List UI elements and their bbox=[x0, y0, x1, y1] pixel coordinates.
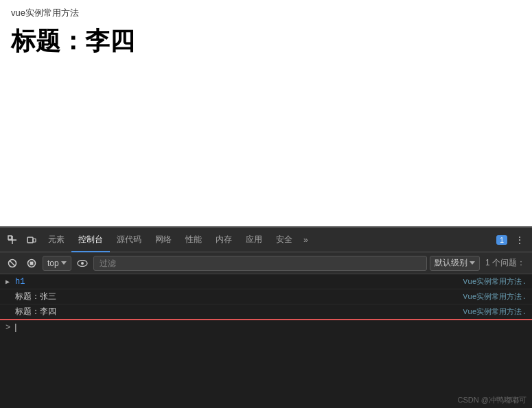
inspect-element-icon[interactable] bbox=[3, 230, 22, 250]
tab-sources[interactable]: 源代码 bbox=[110, 228, 148, 252]
console-text-lisi: 标题：李四 bbox=[15, 306, 458, 317]
console-row-lisi[interactable]: 标题：李四 Vue实例常用方法. bbox=[0, 304, 532, 320]
svg-rect-0 bbox=[8, 236, 12, 239]
dropdown-arrow-icon bbox=[61, 261, 67, 265]
svg-line-6 bbox=[10, 261, 15, 266]
tab-memory[interactable]: 内存 bbox=[209, 228, 239, 252]
level-dropdown-arrow-icon bbox=[470, 261, 475, 265]
svg-rect-3 bbox=[27, 237, 33, 243]
browser-content: vue实例常用方法 标题：李四 bbox=[0, 0, 532, 226]
console-text-h1: h1 bbox=[15, 277, 458, 287]
console-input-row[interactable]: > | bbox=[0, 320, 532, 335]
settings-icon[interactable]: ⋮ bbox=[510, 230, 529, 250]
page-subtitle: vue实例常用方法 bbox=[11, 7, 521, 19]
eye-icon[interactable] bbox=[74, 255, 91, 272]
console-source-h1: Vue实例常用方法. bbox=[458, 276, 527, 287]
svg-rect-8 bbox=[30, 261, 34, 265]
device-mode-icon[interactable] bbox=[22, 230, 41, 250]
issues-badge[interactable]: 1 bbox=[496, 235, 507, 245]
watermark-text: CSDN @冲鸭嘟嘟可 bbox=[458, 395, 527, 405]
expand-arrow-icon: ▶ bbox=[5, 278, 12, 286]
issues-count: 1 个问题： bbox=[483, 257, 528, 269]
tab-elements[interactable]: 元素 bbox=[41, 228, 71, 252]
console-source-lisi: Vue实例常用方法. bbox=[458, 307, 527, 317]
context-dropdown[interactable]: top bbox=[43, 256, 71, 271]
page-title: 标题：李四 bbox=[11, 25, 521, 58]
console-cursor: | bbox=[13, 323, 18, 333]
devtools-tab-bar: 元素 控制台 源代码 网络 性能 内存 应用 安全 » 1 ⋮ bbox=[0, 228, 532, 252]
svg-point-10 bbox=[81, 262, 84, 265]
bottom-bar: CSDN @冲鸭嘟嘟可 bbox=[0, 392, 532, 408]
svg-rect-4 bbox=[33, 239, 36, 242]
devtools-panel: 元素 控制台 源代码 网络 性能 内存 应用 安全 » 1 ⋮ bbox=[0, 226, 532, 408]
console-row-h1[interactable]: ▶ h1 Vue实例常用方法. bbox=[0, 274, 532, 289]
devtools-console[interactable]: ▶ h1 Vue实例常用方法. 标题：张三 Vue实例常用方法. 标题：李四 V… bbox=[0, 274, 532, 392]
clear-console-icon[interactable] bbox=[4, 255, 21, 272]
console-prompt-icon: > bbox=[5, 323, 10, 333]
tab-security[interactable]: 安全 bbox=[269, 228, 299, 252]
devtools-toolbar: top 默认级别 1 个问题： bbox=[0, 252, 532, 274]
filter-input[interactable] bbox=[93, 256, 427, 271]
tab-performance[interactable]: 性能 bbox=[178, 228, 209, 252]
stop-icon[interactable] bbox=[23, 255, 40, 272]
tab-network[interactable]: 网络 bbox=[148, 228, 178, 252]
log-level-dropdown[interactable]: 默认级别 bbox=[430, 256, 480, 271]
tab-console[interactable]: 控制台 bbox=[71, 228, 110, 252]
more-tabs-icon[interactable]: » bbox=[299, 235, 312, 245]
console-row-zhangsan[interactable]: 标题：张三 Vue实例常用方法. bbox=[0, 289, 532, 304]
console-text-zhangsan: 标题：张三 bbox=[15, 291, 458, 302]
tab-application[interactable]: 应用 bbox=[239, 228, 269, 252]
console-source-zhangsan: Vue实例常用方法. bbox=[458, 291, 527, 302]
